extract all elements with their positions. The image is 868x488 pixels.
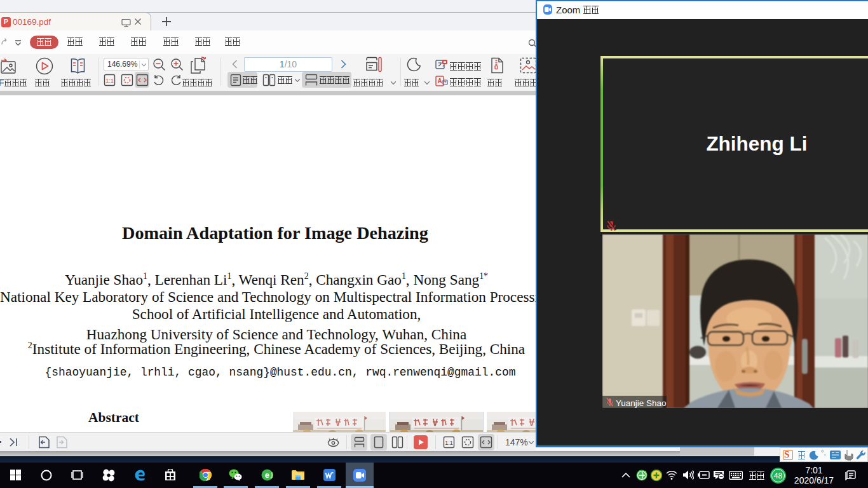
svg-text:1:1: 1:1: [105, 78, 114, 84]
svg-text:Yuanjie Shao: Yuanjie Shao: [616, 398, 666, 408]
svg-text:e: e: [265, 470, 269, 480]
svg-text:A: A: [437, 78, 442, 85]
svg-text:1:1: 1:1: [445, 440, 453, 446]
